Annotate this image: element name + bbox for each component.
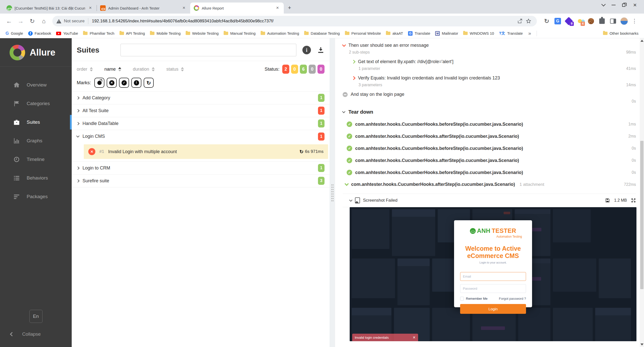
share-icon[interactable] <box>516 17 524 25</box>
step-row[interactable]: Verify Equals: Invalid login credentials… <box>352 75 636 87</box>
search-input[interactable] <box>120 44 296 56</box>
bookmark-folder[interactable]: Personal Website <box>343 30 383 36</box>
bookmark-folder[interactable]: Phamiliar Tech <box>81 30 116 36</box>
other-bookmarks[interactable]: Other bookmarks <box>601 30 640 36</box>
lightbulb-extension-icon[interactable]: 4 <box>576 17 584 25</box>
email-field[interactable] <box>460 272 526 281</box>
test-row-invalid-login[interactable]: ✕ #1 Invalid Login with multiple account… <box>84 144 328 159</box>
fullscreen-icon[interactable] <box>631 198 636 203</box>
bookmark-folder[interactable]: API Testing <box>117 30 147 36</box>
remember-me-checkbox[interactable]: Remember Me <box>460 297 488 300</box>
step-row[interactable]: Get text of element By.xpath: //div[@rol… <box>352 59 636 71</box>
hook-row[interactable]: ✓ com.anhtester.hooks.CucumberHooks.befo… <box>343 146 636 151</box>
home-button[interactable]: ⌂ <box>39 16 49 26</box>
mark-flaky-button[interactable] <box>94 78 104 88</box>
tab-allure-report[interactable]: Allure Report × <box>190 3 284 14</box>
bookmark-folder[interactable]: Website Testing <box>184 30 221 36</box>
hook-row[interactable]: ✓ com.anhtester.hooks.CucumberHooks.afte… <box>343 158 636 163</box>
sort-name[interactable]: name <box>104 67 121 72</box>
suite-row-login-cms[interactable]: Login CMS 1 <box>72 130 330 143</box>
bookmark-folder[interactable]: Manual Testing <box>222 30 258 36</box>
hook-row[interactable]: ✓ com.anhtester.hooks.CucumberHooks.afte… <box>343 134 636 139</box>
bookmark-translate-tx[interactable]: T文Translate <box>497 30 525 37</box>
sort-order[interactable]: order <box>77 67 93 72</box>
scrollbar-thumb[interactable] <box>640 141 643 289</box>
tab-cucumber-testng[interactable]: [Cucumber TestNG] Bài 13: Cài đặt Cucumb… <box>3 3 97 14</box>
download-icon[interactable] <box>317 46 325 54</box>
scroll-up-icon[interactable] <box>640 40 643 42</box>
toast-close-icon[interactable]: ✕ <box>413 335 416 339</box>
extensions-puzzle-icon[interactable] <box>598 17 606 25</box>
suite-row-login-to-crm[interactable]: Login to CRM 1 <box>72 162 330 175</box>
sidebar-item-timeline[interactable]: Timeline <box>0 150 72 169</box>
status-badge-unknown[interactable]: 0 <box>317 65 325 74</box>
hook-row[interactable]: ✓ com.anhtester.hooks.CucumberHooks.befo… <box>343 121 636 127</box>
step-row[interactable]: And stay on the login page 0s <box>343 92 636 104</box>
suite-row-all-test-suite[interactable]: All Test Suite 1 <box>72 104 330 117</box>
mark-new-button[interactable]: ! <box>131 78 141 88</box>
profile-avatar[interactable] <box>620 17 628 25</box>
status-badge-broken[interactable]: 0 <box>291 65 298 74</box>
panel-splitter[interactable] <box>330 38 335 347</box>
mark-known-button[interactable]: ✓ <box>119 78 129 88</box>
password-field[interactable] <box>460 284 526 293</box>
bookmark-mailinator[interactable]: MMailinator <box>433 30 460 37</box>
suite-row-handle-datatable[interactable]: Handle DataTable 1 <box>72 117 330 130</box>
bookmarks-overflow-icon[interactable]: » <box>526 30 534 36</box>
address-bar[interactable]: Not secure 192.168.1.8:54265/index.html#… <box>52 16 537 26</box>
minimize-button[interactable] <box>612 5 616 5</box>
tab-close-icon[interactable]: × <box>275 5 280 11</box>
scroll-down-icon[interactable] <box>640 343 643 345</box>
tab-search-icon[interactable] <box>601 2 606 7</box>
bookmark-google[interactable]: GGoogle <box>4 30 25 37</box>
forgot-password-link[interactable]: Forgot password ? <box>499 297 526 300</box>
bookmark-star-icon[interactable] <box>524 17 533 25</box>
bookmark-folder[interactable]: Database Testing <box>302 30 342 36</box>
tab-admin-dashboard[interactable]: Admin Dashboard - Anh Tester × <box>97 3 190 14</box>
purple-extension-icon[interactable]: 9 <box>565 17 573 25</box>
restore-button[interactable] <box>622 4 625 7</box>
sidebar-item-behaviors[interactable]: Behaviors <box>0 169 72 187</box>
info-icon[interactable]: i <box>302 46 311 54</box>
sidebar-item-overview[interactable]: Overview <box>0 76 72 94</box>
bookmark-translate[interactable]: GTranslate <box>406 30 432 37</box>
sidebar-item-graphs[interactable]: Graphs <box>0 132 72 150</box>
screenshot-attachment-image[interactable]: ANH TESTER Automation Testing Welcome to… <box>350 207 636 341</box>
browser-menu-icon[interactable]: ⋮ <box>631 18 637 24</box>
bookmark-youtube[interactable]: YouTube <box>54 30 80 36</box>
side-panel-icon[interactable] <box>609 17 617 25</box>
attachment-row[interactable]: Screenshot Failed 1.2 MB <box>343 194 636 207</box>
mark-retries-button[interactable]: ↻ <box>144 78 154 88</box>
save-disk-icon[interactable] <box>605 198 610 203</box>
suite-row-add-category[interactable]: Add Category 1 <box>72 92 330 104</box>
sort-status[interactable]: status <box>166 67 184 72</box>
bookmark-folder[interactable]: WINDOWS 10 <box>461 30 496 36</box>
google-translate-extension-icon[interactable]: G <box>554 17 561 25</box>
cookie-extension-icon[interactable] <box>587 17 595 25</box>
page-scrollbar[interactable] <box>640 38 644 347</box>
language-button[interactable]: En <box>29 310 43 323</box>
bookmark-folder[interactable]: Mobile Testing <box>148 30 183 36</box>
sidebar-item-packages[interactable]: Packages <box>0 187 72 206</box>
sort-duration[interactable]: duration <box>133 67 155 72</box>
reload-button[interactable]: ↻ <box>27 16 37 26</box>
hook-row[interactable]: ✓ com.anhtester.hooks.CucumberHooks.befo… <box>343 170 636 175</box>
new-tab-button[interactable]: + <box>286 4 293 12</box>
status-badge-skipped[interactable]: 0 <box>309 65 316 74</box>
bookmark-facebook[interactable]: fFacebook <box>26 30 53 37</box>
bookmark-folder[interactable]: Automation Testing <box>259 30 301 36</box>
sidebar-item-suites[interactable]: Suites <box>0 113 72 132</box>
sidebar-item-categories[interactable]: Categories <box>0 94 72 113</box>
forward-button[interactable]: → <box>16 16 26 26</box>
suite-row-surefire-suite[interactable]: Surefire suite 3 <box>72 175 330 187</box>
login-button[interactable]: Login <box>460 304 526 314</box>
hook-row-expanded[interactable]: com.anhtester.hooks.CucumberHooks.afterS… <box>343 182 636 187</box>
step-row[interactable]: Then user should see an error message 2 … <box>343 43 636 55</box>
teardown-section-header[interactable]: Tear down <box>343 109 636 115</box>
window-close-button[interactable]: × <box>632 3 638 8</box>
not-secure-label[interactable]: Not secure <box>64 19 85 24</box>
status-badge-failed[interactable]: 2 <box>282 65 289 74</box>
collapse-button[interactable]: Collapse <box>0 331 72 337</box>
url-text[interactable]: 192.168.1.8:54265/index.html#suites/4b60… <box>92 19 516 24</box>
mark-muted-button[interactable]: ✕ <box>107 78 117 88</box>
